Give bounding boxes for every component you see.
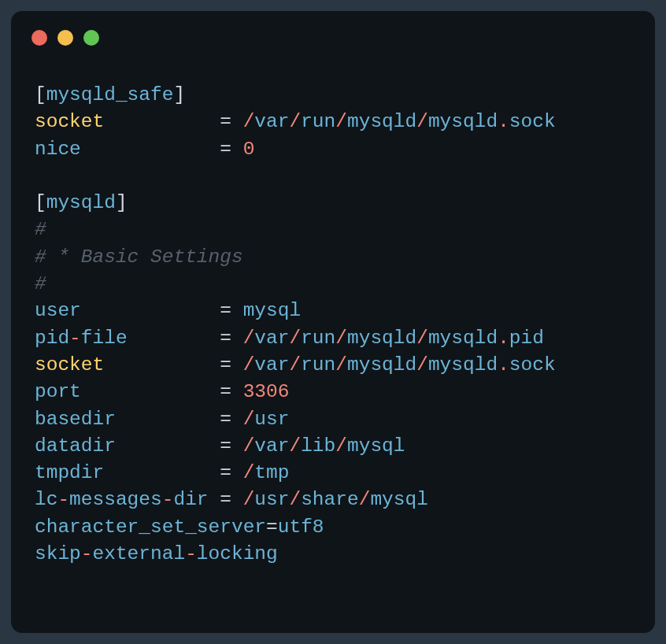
key-nice: nice — [35, 139, 81, 160]
slash: / — [243, 462, 255, 483]
path-seg: mysqld — [347, 328, 416, 349]
slash: / — [243, 435, 255, 457]
slash: / — [243, 409, 255, 430]
slash: / — [416, 111, 428, 132]
slash: / — [335, 111, 347, 132]
equals: = — [220, 111, 231, 132]
key-pidfile-1: pid — [35, 328, 69, 349]
comment-line: # * Basic Settings — [35, 246, 243, 268]
dot: . — [498, 354, 509, 376]
val-charset: utf8 — [278, 516, 324, 538]
path-seg: var — [254, 354, 289, 376]
equals: = — [220, 435, 231, 457]
path-seg: tmp — [254, 462, 289, 483]
slash: / — [243, 489, 255, 510]
key-port: port — [35, 381, 81, 402]
window-titlebar — [11, 11, 655, 54]
equals: = — [220, 139, 231, 160]
key-skip-2: external — [93, 543, 186, 564]
key-user: user — [35, 300, 81, 321]
key-skip-3: locking — [197, 543, 278, 564]
code-block: [mysqld_safe] socket = /var/run/mysqld/m… — [11, 54, 655, 583]
key-socket: socket — [35, 111, 104, 132]
bracket-open: [ — [35, 84, 46, 105]
path-seg: run — [301, 354, 335, 376]
close-icon[interactable] — [31, 30, 47, 46]
path-ext: sock — [509, 354, 556, 376]
comment-line: # — [35, 219, 46, 240]
path-seg: usr — [254, 409, 289, 430]
key-lc-1: lc — [35, 489, 57, 510]
slash: / — [243, 111, 255, 132]
path-seg: run — [301, 111, 335, 132]
dash: - — [69, 328, 81, 349]
path-seg: share — [301, 489, 359, 510]
path-seg: var — [254, 328, 289, 349]
key-tmpdir: tmpdir — [35, 462, 104, 483]
equals: = — [220, 462, 231, 483]
key-skip-1: skip — [35, 543, 81, 564]
bracket-close: ] — [116, 192, 128, 213]
key-basedir: basedir — [35, 409, 116, 430]
bracket-close: ] — [173, 84, 185, 105]
path-seg: run — [301, 328, 335, 349]
slash: / — [289, 489, 301, 510]
minimize-icon[interactable] — [57, 30, 73, 46]
path-seg: mysqld — [347, 354, 416, 376]
path-seg: lib — [301, 435, 335, 457]
slash: / — [289, 328, 301, 349]
key-socket: socket — [35, 354, 104, 376]
path-seg: var — [254, 435, 289, 457]
dash: - — [162, 489, 174, 510]
slash: / — [289, 435, 301, 457]
path-ext: sock — [509, 111, 556, 132]
equals: = — [220, 354, 231, 376]
section-mysqld-safe: mysqld_safe — [46, 84, 174, 105]
path-seg: mysqld — [428, 328, 498, 349]
dash: - — [81, 543, 93, 564]
equals: = — [220, 489, 231, 510]
equals: = — [220, 381, 231, 402]
path-seg: mysqld — [428, 111, 498, 132]
key-charset: character_set_server — [35, 516, 266, 538]
val-port: 3306 — [243, 381, 290, 402]
slash: / — [289, 354, 301, 376]
slash: / — [416, 354, 428, 376]
key-lc-3: dir — [173, 489, 208, 510]
dash: - — [57, 489, 69, 510]
dot: . — [498, 111, 509, 132]
slash: / — [243, 328, 255, 349]
terminal-window: [mysqld_safe] socket = /var/run/mysqld/m… — [11, 11, 655, 633]
slash: / — [289, 111, 301, 132]
path-seg: mysql — [347, 435, 405, 457]
path-ext: pid — [509, 328, 544, 349]
key-datadir: datadir — [35, 435, 116, 457]
slash: / — [416, 328, 428, 349]
slash: / — [335, 354, 347, 376]
bracket-open: [ — [35, 192, 46, 213]
slash: / — [359, 489, 371, 510]
equals: = — [220, 300, 231, 321]
val-user: mysql — [243, 300, 302, 321]
stage: [mysqld_safe] socket = /var/run/mysqld/m… — [0, 0, 666, 644]
slash: / — [335, 328, 347, 349]
comment-line: # — [35, 273, 46, 294]
path-seg: usr — [254, 489, 289, 510]
key-pidfile-2: file — [81, 328, 128, 349]
zoom-icon[interactable] — [83, 30, 99, 46]
dash: - — [185, 543, 197, 564]
equals: = — [220, 328, 231, 349]
dot: . — [498, 328, 509, 349]
slash: / — [335, 435, 347, 457]
path-seg: mysql — [370, 489, 428, 510]
equals: = — [220, 409, 231, 430]
equals: = — [266, 516, 278, 538]
path-seg: var — [254, 111, 289, 132]
slash: / — [243, 354, 255, 376]
key-lc-2: messages — [69, 489, 162, 510]
val-nice: 0 — [243, 139, 255, 160]
path-seg: mysqld — [428, 354, 498, 376]
section-mysqld: mysqld — [46, 192, 116, 213]
path-seg: mysqld — [347, 111, 416, 132]
